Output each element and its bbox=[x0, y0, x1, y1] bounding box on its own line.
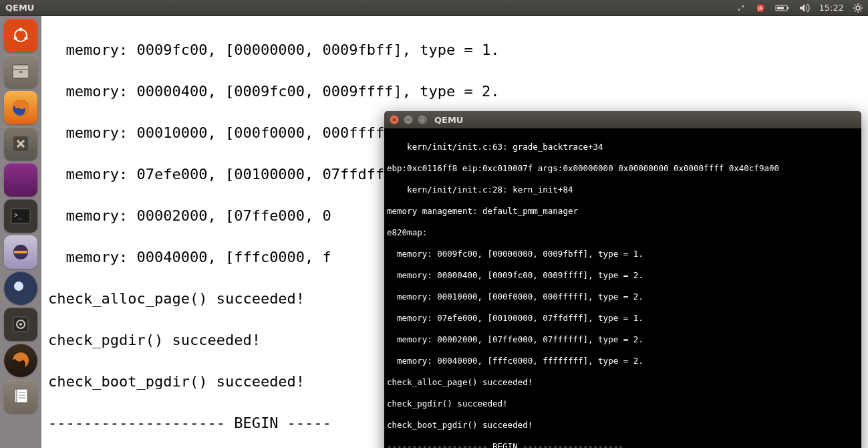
svg-line-13 bbox=[861, 5, 862, 6]
qemu-line: kern/init/init.c:63: grade_backtrace+34 bbox=[387, 142, 603, 152]
window-title: QEMU bbox=[434, 115, 463, 125]
svg-line-12 bbox=[855, 10, 856, 11]
svg-line-28 bbox=[23, 290, 28, 296]
qemu-line: check_boot_pgdir() succeeded! bbox=[387, 420, 533, 430]
launcher-eclipse-icon[interactable] bbox=[4, 235, 37, 269]
svg-point-15 bbox=[19, 28, 23, 31]
svg-rect-4 bbox=[777, 7, 784, 9]
launcher-vault-icon[interactable] bbox=[4, 308, 37, 341]
qemu-line: e820map: bbox=[387, 227, 427, 237]
svg-rect-26 bbox=[14, 251, 27, 253]
launcher-terminal-icon[interactable]: >_ bbox=[4, 199, 37, 233]
qemu-line: memory: 00010000, [000f0000, 000fffff], … bbox=[387, 292, 643, 302]
battery-icon[interactable] bbox=[775, 4, 790, 12]
window-maximize-button[interactable]: ▢ bbox=[418, 115, 427, 124]
terminal-line: memory: 0009fc00, [00000000, 0009fbff], … bbox=[48, 41, 500, 58]
svg-point-14 bbox=[15, 29, 27, 41]
launcher-docs-icon[interactable] bbox=[4, 380, 37, 413]
svg-point-16 bbox=[14, 37, 17, 40]
qemu-line: ebp:0xc0116ff8 eip:0xc010007f args:0x000… bbox=[387, 163, 779, 173]
volume-icon[interactable] bbox=[799, 3, 810, 13]
svg-line-11 bbox=[861, 10, 862, 11]
qemu-line: memory: 07efe000, [00100000, 07ffdfff], … bbox=[387, 313, 643, 323]
launcher-dash-icon[interactable] bbox=[4, 19, 37, 52]
launcher-settings-icon[interactable] bbox=[4, 127, 37, 160]
unity-launcher: >_ bbox=[0, 16, 41, 448]
svg-point-31 bbox=[19, 323, 22, 326]
qemu-line: memory management: default_pmm_manager bbox=[387, 206, 578, 216]
svg-rect-3 bbox=[787, 7, 788, 9]
qemu-line: memory: 00040000, [fffc0000, ffffffff], … bbox=[387, 356, 643, 366]
svg-point-5 bbox=[856, 6, 860, 10]
launcher-firefox-icon[interactable] bbox=[4, 91, 37, 124]
svg-text:>_: >_ bbox=[14, 211, 23, 219]
qemu-line: check_pgdir() succeeded! bbox=[387, 399, 508, 409]
svg-rect-19 bbox=[13, 69, 29, 70]
qemu-line: -------------------- BEGIN -------------… bbox=[387, 441, 623, 448]
svg-point-27 bbox=[13, 281, 24, 292]
clock[interactable]: 15:22 bbox=[819, 3, 844, 13]
terminal-line: memory: 00000400, [0009fc00, 0009ffff], … bbox=[48, 83, 500, 100]
terminal-line: check_alloc_page() succeeded! bbox=[48, 290, 305, 307]
terminal-line: memory: 00002000, [07ffe000, 0 bbox=[48, 207, 331, 224]
input-method-icon[interactable]: 拼 bbox=[755, 3, 766, 13]
svg-rect-34 bbox=[17, 389, 27, 403]
svg-line-10 bbox=[855, 5, 856, 6]
terminal-line: memory: 00040000, [fffc0000, f bbox=[48, 249, 331, 265]
launcher-app-icon[interactable] bbox=[4, 344, 37, 377]
qemu-line: check_alloc_page() succeeded! bbox=[387, 377, 533, 387]
svg-rect-20 bbox=[19, 71, 23, 73]
launcher-files-icon[interactable] bbox=[4, 55, 37, 88]
window-minimize-button[interactable]: − bbox=[404, 115, 413, 124]
network-icon[interactable] bbox=[736, 3, 746, 13]
terminal-line: -------------------- BEGIN ----- bbox=[48, 415, 331, 431]
launcher-magnifier-icon[interactable] bbox=[4, 271, 37, 305]
system-menubar: QEMU 拼 15:22 bbox=[0, 0, 868, 16]
svg-point-17 bbox=[25, 37, 28, 40]
qemu-line: memory: 00002000, [07ffe000, 07ffffff], … bbox=[387, 334, 643, 344]
qemu-terminal-body[interactable]: kern/init/init.c:63: grade_backtrace+34 … bbox=[384, 128, 861, 448]
svg-text:拼: 拼 bbox=[758, 5, 763, 11]
session-gear-icon[interactable] bbox=[853, 3, 863, 13]
terminal-line: check_boot_pgdir() succeeded! bbox=[48, 373, 305, 390]
terminal-line: check_pgdir() succeeded! bbox=[48, 332, 261, 348]
qemu-line: memory: 0009fc00, [00000000, 0009fbff], … bbox=[387, 249, 643, 259]
qemu-line: kern/init/init.c:28: kern_init+84 bbox=[387, 185, 573, 195]
qemu-line: memory: 00000400, [0009fc00, 0009ffff], … bbox=[387, 270, 643, 280]
app-menu-title[interactable]: QEMU bbox=[5, 3, 34, 13]
launcher-workspace-switcher-icon[interactable] bbox=[4, 163, 37, 197]
qemu-window[interactable]: × − ▢ QEMU kern/init/init.c:63: grade_ba… bbox=[384, 111, 861, 448]
window-close-button[interactable]: × bbox=[390, 115, 399, 124]
qemu-titlebar[interactable]: × − ▢ QEMU bbox=[384, 111, 861, 128]
